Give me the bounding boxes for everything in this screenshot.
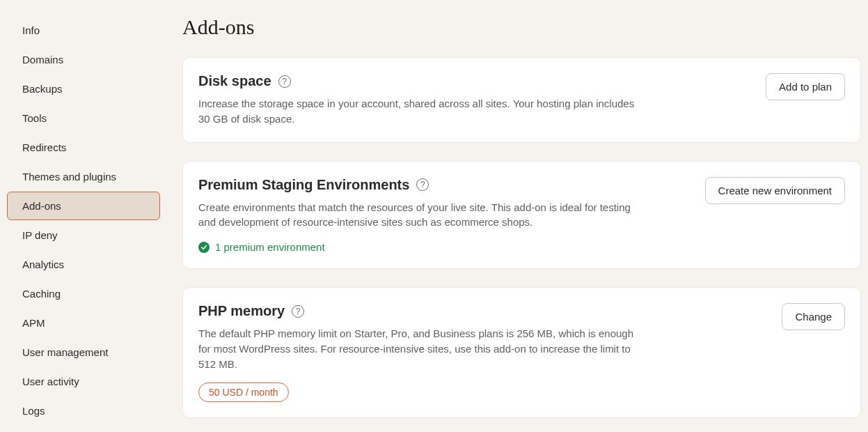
sidebar-item-user-activity[interactable]: User activity (7, 367, 160, 396)
sidebar-item-info[interactable]: Info (7, 16, 160, 45)
addon-card-premium-staging: Premium Staging Environments ? Create en… (182, 161, 861, 270)
sidebar-item-domains[interactable]: Domains (7, 45, 160, 74)
help-icon[interactable]: ? (278, 75, 291, 88)
sidebar-item-redirects[interactable]: Redirects (7, 133, 160, 162)
card-description: The default PHP memory limit on Starter,… (198, 326, 644, 371)
help-icon[interactable]: ? (292, 305, 304, 318)
sidebar-item-tools[interactable]: Tools (7, 104, 160, 132)
sidebar-item-logs[interactable]: Logs (7, 396, 160, 425)
sidebar-item-add-ons[interactable]: Add-ons (7, 192, 160, 220)
change-button[interactable]: Change (782, 303, 845, 330)
page-title: Add-ons (182, 15, 861, 39)
sidebar: InfoDomainsBackupsToolsRedirectsThemes a… (0, 0, 167, 432)
app-frame: InfoDomainsBackupsToolsRedirectsThemes a… (0, 0, 868, 432)
card-body: Premium Staging Environments ? Create en… (198, 177, 688, 254)
add-to-plan-button[interactable]: Add to plan (766, 73, 845, 100)
card-title-row: PHP memory ? (198, 303, 727, 319)
card-description: Create environments that match the resou… (198, 200, 644, 231)
help-icon[interactable]: ? (416, 178, 429, 191)
sidebar-item-caching[interactable]: Caching (7, 279, 160, 308)
status-text: 1 premium environment (215, 241, 325, 253)
check-icon (198, 242, 210, 253)
card-title-row: Premium Staging Environments ? (198, 177, 688, 193)
status-row: 1 premium environment (198, 241, 688, 253)
addon-card-php-memory: PHP memory ? The default PHP memory limi… (182, 287, 861, 418)
sidebar-item-backups[interactable]: Backups (7, 75, 160, 103)
main-content: Add-ons Disk space ? Increase the storag… (167, 0, 868, 432)
sidebar-item-analytics[interactable]: Analytics (7, 250, 160, 279)
card-title: Disk space (198, 73, 271, 89)
sidebar-item-ip-deny[interactable]: IP deny (7, 221, 160, 249)
addon-card-disk-space: Disk space ? Increase the storage space … (182, 57, 861, 143)
card-description: Increase the storage space in your accou… (198, 96, 644, 127)
card-body: Disk space ? Increase the storage space … (198, 73, 727, 127)
sidebar-item-user-management[interactable]: User management (7, 338, 160, 367)
sidebar-item-apm[interactable]: APM (7, 309, 160, 337)
card-title: Premium Staging Environments (198, 177, 409, 193)
create-new-environment-button[interactable]: Create new environment (705, 177, 845, 204)
card-title: PHP memory (198, 303, 285, 319)
card-body: PHP memory ? The default PHP memory limi… (198, 303, 727, 402)
card-title-row: Disk space ? (198, 73, 727, 89)
price-badge: 50 USD / month (198, 383, 289, 402)
sidebar-item-themes-and-plugins[interactable]: Themes and plugins (7, 162, 160, 191)
